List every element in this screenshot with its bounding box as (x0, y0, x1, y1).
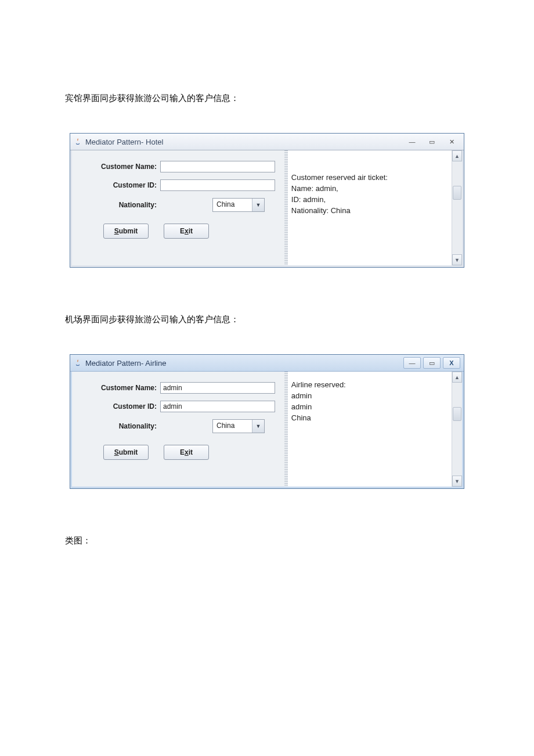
java-icon (74, 359, 82, 367)
label-nationality: Nationality: (82, 422, 160, 430)
titlebar-airline[interactable]: Mediator Pattern- Airline — ▭ X (70, 355, 464, 372)
caption-hotel: 宾馆界面同步获得旅游公司输入的客户信息： (65, 93, 482, 104)
window-airline: Mediator Pattern- Airline — ▭ X Customer… (70, 354, 464, 489)
titlebar-hotel[interactable]: Mediator Pattern- Hotel — ▭ ✕ (70, 134, 464, 150)
scroll-thumb[interactable] (453, 407, 461, 421)
nationality-selected: China (213, 199, 252, 211)
form-pane-hotel: Customer Name: Customer ID: Nationality:… (72, 150, 284, 265)
scroll-thumb[interactable] (453, 186, 461, 200)
scroll-down-icon[interactable]: ▼ (452, 476, 462, 487)
customer-name-input[interactable] (160, 382, 275, 394)
vertical-scrollbar[interactable]: ▲ ▼ (452, 372, 462, 487)
submit-label: ubmit (119, 227, 138, 235)
output-pane-airline: Airline reserved: admin admin China ▲ ▼ (288, 372, 462, 487)
output-pane-hotel: Customer reserved air ticket: Name: admi… (288, 150, 462, 265)
window-title: Mediator Pattern- Airline (85, 359, 403, 368)
label-nationality: Nationality: (82, 201, 160, 209)
label-customer-id: Customer ID: (82, 181, 160, 189)
nationality-combobox[interactable]: China ▼ (212, 419, 265, 433)
customer-id-input[interactable] (160, 179, 275, 191)
label-customer-name: Customer Name: (82, 384, 160, 392)
scroll-track[interactable] (452, 383, 462, 476)
maximize-button[interactable]: ▭ (423, 136, 441, 147)
minimize-button[interactable]: — (403, 357, 421, 369)
chevron-down-icon: ▼ (252, 420, 264, 433)
submit-label: ubmit (119, 448, 138, 456)
window-hotel: Mediator Pattern- Hotel — ▭ ✕ Customer N… (70, 133, 464, 268)
chevron-down-icon: ▼ (252, 199, 264, 211)
nationality-selected: China (213, 420, 252, 433)
label-customer-id: Customer ID: (82, 402, 160, 411)
close-button[interactable]: X (443, 357, 460, 369)
caption-class-diagram: 类图： (65, 535, 482, 546)
scroll-up-icon[interactable]: ▲ (452, 150, 462, 161)
scroll-track[interactable] (452, 161, 462, 254)
window-title: Mediator Pattern- Hotel (85, 138, 403, 146)
form-pane-airline: Customer Name: Customer ID: Nationality:… (72, 372, 284, 487)
submit-button[interactable]: Submit (103, 224, 149, 239)
label-customer-name: Customer Name: (82, 163, 160, 171)
scroll-up-icon[interactable]: ▲ (452, 372, 462, 383)
submit-button[interactable]: Submit (103, 445, 149, 460)
scroll-down-icon[interactable]: ▼ (452, 254, 462, 265)
caption-airline: 机场界面同步获得旅游公司输入的客户信息： (65, 314, 482, 325)
java-icon (74, 138, 82, 146)
close-button[interactable]: ✕ (443, 136, 460, 147)
output-text: Customer reserved air ticket: Name: admi… (288, 150, 462, 221)
customer-id-input[interactable] (160, 401, 275, 412)
minimize-button[interactable]: — (403, 136, 421, 147)
output-text: Airline reserved: admin admin China (288, 372, 462, 428)
customer-name-input[interactable] (160, 161, 275, 172)
vertical-scrollbar[interactable]: ▲ ▼ (452, 150, 462, 265)
exit-button[interactable]: Exit (164, 445, 209, 460)
nationality-combobox[interactable]: China ▼ (212, 198, 265, 212)
maximize-button[interactable]: ▭ (423, 357, 441, 369)
exit-button[interactable]: Exit (164, 224, 209, 239)
